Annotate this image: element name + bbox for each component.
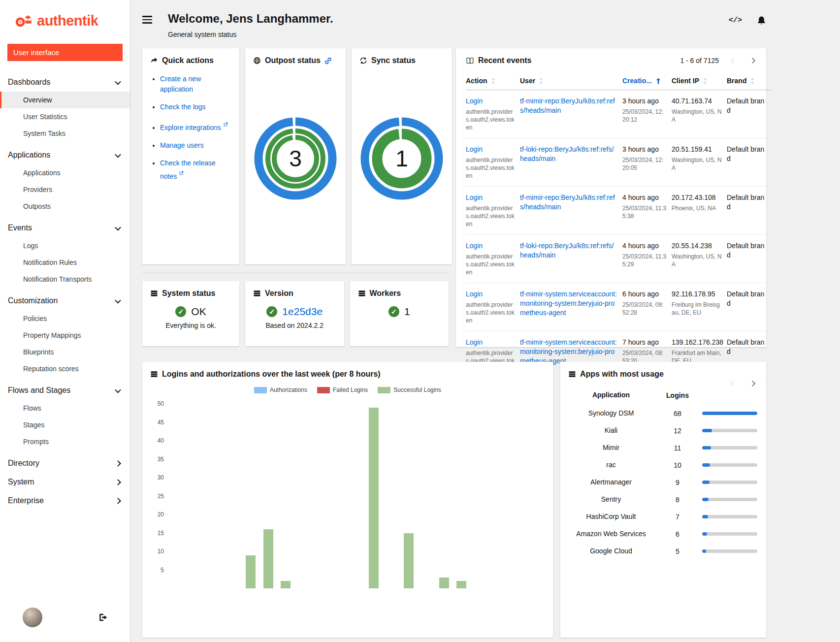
event-action-detail: authentik.providers.oauth2.views.token: [466, 156, 515, 180]
check-circle-icon: ✓: [266, 306, 277, 317]
sidebar-item-applications[interactable]: Applications: [0, 164, 130, 181]
sidebar-item-flows[interactable]: Flows: [0, 400, 130, 417]
notification-bell-icon[interactable]: [757, 16, 766, 25]
event-action-link[interactable]: Login: [466, 290, 483, 298]
event-user-link[interactable]: tf-mimir-repo:BeryJu/k8s:ref:refs/heads/…: [520, 193, 615, 211]
event-user-link[interactable]: tf-mimir-system:serviceaccount:monitorin…: [520, 290, 617, 317]
y-axis-tick-label: 50: [150, 400, 164, 407]
sidebar-section-system: System: [0, 473, 130, 491]
event-user-link[interactable]: tf-mimir-system:serviceaccount:monitorin…: [520, 338, 617, 365]
sidebar-item-outposts[interactable]: Outposts: [0, 198, 130, 215]
release-notes-link[interactable]: Check the release notes: [160, 159, 216, 180]
sidebar-item-notification-transports[interactable]: Notification Transports: [0, 271, 130, 288]
sidebar-item-blueprints[interactable]: Blueprints: [0, 344, 130, 360]
avatar[interactable]: [23, 608, 42, 627]
explore-integrations-link[interactable]: Explore integrations: [160, 124, 221, 131]
card-title-text: Version: [265, 289, 293, 298]
check-circle-icon: ✓: [388, 306, 399, 317]
sidebar-section-header-enterprise[interactable]: Enterprise: [0, 491, 130, 510]
user-interface-button[interactable]: User interface: [7, 44, 123, 61]
sidebar-section-flows-and-stages: Flows and Stages Flows Stages Prompts: [0, 381, 130, 450]
book-icon: [466, 57, 474, 65]
card-title-text: Quick actions: [162, 56, 214, 65]
column-header-action[interactable]: Action: [466, 72, 520, 90]
sidebar-nav: Dashboards Overview User Statistics Syst…: [0, 66, 130, 600]
sidebar-item-logs[interactable]: Logs: [0, 237, 130, 254]
event-user-link[interactable]: tf-loki-repo:BeryJu/k8s:ref:refs/heads/m…: [520, 242, 614, 259]
version-link[interactable]: 1e25d3e: [282, 306, 323, 318]
sidebar-section-header-system[interactable]: System: [0, 473, 130, 491]
sidebar-item-system-tasks[interactable]: System Tasks: [0, 125, 130, 142]
sidebar-item-reputation-scores[interactable]: Reputation scores: [0, 360, 130, 377]
event-client-ip: 92.116.178.95: [672, 289, 722, 299]
manage-users-link[interactable]: Manage users: [160, 141, 204, 149]
column-header-brand[interactable]: Brand: [727, 72, 771, 90]
sidebar-section-header-events[interactable]: Events: [0, 219, 130, 237]
page-subtitle: General system status: [168, 31, 333, 38]
bar-chart-plot-area: 5101520253035404550: [150, 396, 545, 588]
sidebar-item-prompts[interactable]: Prompts: [0, 433, 130, 450]
section-label: Applications: [8, 151, 50, 160]
link-icon[interactable]: [324, 57, 332, 64]
sidebar-item-providers[interactable]: Providers: [0, 181, 130, 198]
sidebar-item-property-mappings[interactable]: Property Mappings: [0, 327, 130, 344]
sidebar-item-stages[interactable]: Stages: [0, 417, 130, 433]
event-client-ip: 20.51.159.41: [672, 145, 722, 154]
column-header-client-ip[interactable]: Client IP: [672, 72, 727, 90]
sort-icon: [750, 78, 754, 84]
check-logs-link[interactable]: Check the logs: [160, 103, 206, 111]
sign-out-icon[interactable]: [98, 613, 108, 622]
sidebar-section-header-dashboards[interactable]: Dashboards: [0, 73, 130, 92]
workers-count: 1: [404, 306, 410, 318]
event-brand: Default brand: [727, 138, 771, 187]
page-header: Welcome, Jens Langhammer. General system…: [130, 0, 840, 40]
pagination-next-button[interactable]: [748, 57, 756, 64]
list-item: Check the logs: [160, 102, 231, 112]
sidebar-item-overview[interactable]: Overview: [0, 92, 130, 108]
pagination-prev-button[interactable]: [730, 57, 738, 64]
outpost-status-card: Outpost status: [245, 48, 346, 264]
event-user-link[interactable]: tf-mimir-repo:BeryJu/k8s:ref:refs/heads/…: [520, 97, 615, 114]
event-action-link[interactable]: Login: [466, 193, 483, 201]
card-title-text: Logins and authorizations over the last …: [162, 370, 381, 379]
event-action-link[interactable]: Login: [466, 97, 483, 105]
authentik-logo[interactable]: authentik: [0, 0, 130, 38]
server-icon: [253, 289, 261, 297]
event-action-link[interactable]: Login: [466, 338, 483, 346]
sidebar-item-policies[interactable]: Policies: [0, 310, 130, 327]
column-header-application: Application: [569, 390, 653, 400]
sync-icon: [359, 57, 367, 64]
column-header-creation[interactable]: Creatio...: [622, 72, 672, 90]
main-area: Welcome, Jens Langhammer. General system…: [130, 0, 840, 642]
event-action-link[interactable]: Login: [466, 145, 483, 153]
legend-swatch-successful-logins: [378, 387, 390, 393]
sidebar-section-header-applications[interactable]: Applications: [0, 146, 130, 164]
event-row: Loginauthentik.providers.oauth2.views.to…: [466, 90, 771, 138]
sidebar-section-header-flows-and-stages[interactable]: Flows and Stages: [0, 381, 130, 400]
api-code-icon[interactable]: </>: [729, 16, 742, 25]
server-icon: [150, 370, 158, 378]
list-item: Check the release notes: [160, 158, 231, 182]
usage-progress-bar: [702, 481, 757, 484]
column-header-user[interactable]: User: [520, 72, 622, 90]
outpost-count: 3: [289, 146, 302, 171]
sidebar-section-header-customization[interactable]: Customization: [0, 291, 130, 310]
sidebar-item-user-statistics[interactable]: User Statistics: [0, 108, 130, 125]
app-usage-row: rac 10: [568, 456, 758, 474]
server-icon: [150, 289, 158, 297]
recent-events-card: Recent events 1 - 6 of 7125 Action User: [456, 48, 766, 347]
create-application-link[interactable]: Create a new application: [160, 75, 201, 93]
sidebar-section-header-directory[interactable]: Directory: [0, 454, 130, 473]
event-action-link[interactable]: Login: [466, 242, 483, 250]
sidebar-item-notification-rules[interactable]: Notification Rules: [0, 254, 130, 271]
hamburger-menu-icon[interactable]: [142, 16, 152, 24]
event-time: 3 hours ago: [622, 96, 667, 106]
app-usage-row: Sentry 8: [568, 491, 758, 508]
event-action-detail: authentik.providers.oauth2.views.token: [466, 301, 515, 324]
event-time-detail: 25/03/2024, 09:52:28: [622, 301, 667, 317]
usage-progress-bar: [702, 463, 757, 467]
event-user-link[interactable]: tf-loki-repo:BeryJu/k8s:ref:refs/heads/m…: [520, 145, 614, 162]
y-axis-tick-label: 40: [150, 437, 164, 444]
events-pagination-top: 1 - 6 of 7125: [680, 57, 756, 64]
card-title-text: Apps with most usage: [580, 370, 664, 379]
